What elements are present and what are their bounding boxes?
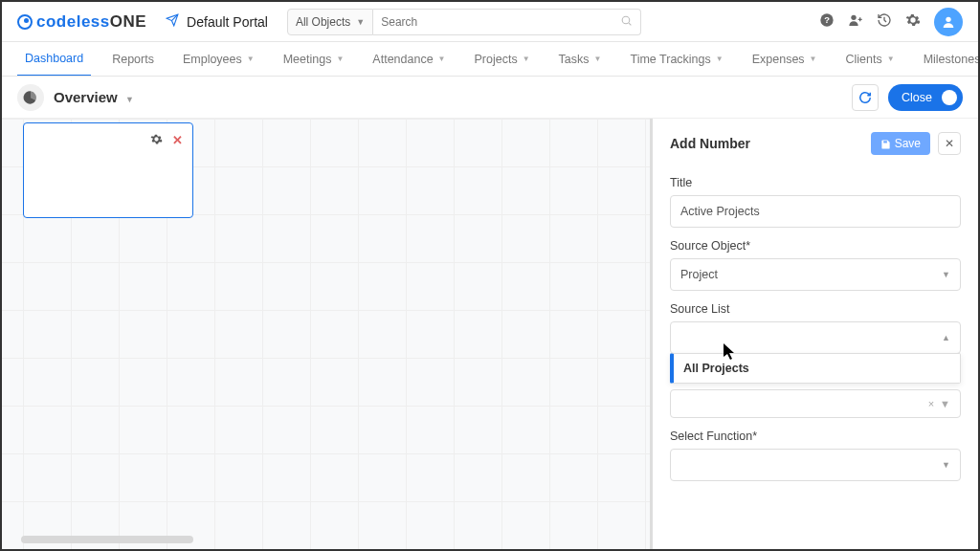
save-disk-icon xyxy=(880,139,891,149)
overview-dropdown[interactable]: Overview ▼ xyxy=(54,89,134,105)
send-icon[interactable] xyxy=(166,13,179,30)
source-object-label: Source Object* xyxy=(670,239,961,253)
tab-attendance[interactable]: Attendance▼ xyxy=(365,42,453,77)
search-field[interactable] xyxy=(373,9,641,35)
brand-icon xyxy=(17,14,33,30)
tab-tasks[interactable]: Tasks▼ xyxy=(551,42,610,77)
panel-title: Add Number xyxy=(670,136,750,151)
overview-title-text: Overview xyxy=(54,89,118,105)
source-list-option-label: All Projects xyxy=(683,362,749,375)
chevron-down-icon: ▼ xyxy=(942,460,950,470)
tab-dashboard[interactable]: Dashboard xyxy=(17,42,91,77)
chevron-down-icon: ▼ xyxy=(247,55,255,63)
select-function-label: Select Function* xyxy=(670,430,961,443)
chevron-down-icon: ▼ xyxy=(523,55,530,63)
toggle-knob xyxy=(942,90,957,105)
save-button[interactable]: Save xyxy=(871,132,930,155)
source-list-label: Source List xyxy=(670,302,961,316)
source-list-option-all-projects[interactable]: All Projects xyxy=(670,353,961,384)
svg-point-4 xyxy=(946,16,950,21)
search-icon xyxy=(620,14,633,30)
title-input[interactable] xyxy=(670,195,961,228)
chevron-down-icon: ▼ xyxy=(716,55,724,63)
dashboard-canvas[interactable]: ✕ xyxy=(2,119,653,549)
overview-bar: Overview ▼ Close xyxy=(2,77,978,119)
tab-clients[interactable]: Clients▼ xyxy=(838,42,902,77)
source-object-value: Project xyxy=(680,268,718,281)
refresh-button[interactable] xyxy=(852,84,879,111)
chevron-up-icon: ▲ xyxy=(942,333,950,342)
gear-icon[interactable] xyxy=(905,12,921,31)
widget-remove-icon[interactable]: ✕ xyxy=(172,133,183,148)
search-input[interactable] xyxy=(381,15,620,29)
source-list-select[interactable]: ▲ xyxy=(670,321,961,354)
pie-chart-icon xyxy=(17,84,44,111)
select-function-select[interactable]: ▼ xyxy=(670,449,961,481)
svg-point-0 xyxy=(622,16,630,24)
tab-time-trackings[interactable]: Time Trackings▼ xyxy=(622,42,730,77)
chevron-down-icon: ▼ xyxy=(438,55,446,63)
topbar-right: ? xyxy=(819,8,963,36)
source-object-select[interactable]: Project ▼ xyxy=(670,258,961,291)
chevron-down-icon: ▼ xyxy=(887,55,895,63)
portal-label[interactable]: Default Portal xyxy=(187,14,268,30)
brand-logo[interactable]: codelessONE xyxy=(17,12,146,32)
tab-milestones[interactable]: Milestones▼ xyxy=(916,42,978,77)
save-label: Save xyxy=(895,137,921,150)
source-list-extra-row[interactable]: × ▼ xyxy=(670,389,961,418)
brand-text-1: codeless xyxy=(36,12,110,32)
chevron-down-icon: ▼ xyxy=(942,270,950,279)
tab-employees[interactable]: Employees▼ xyxy=(175,42,262,77)
widget-settings-icon[interactable] xyxy=(150,133,163,148)
svg-text:?: ? xyxy=(824,15,830,25)
clear-icon[interactable]: × xyxy=(928,398,934,409)
panel-close-button[interactable]: ✕ xyxy=(938,132,961,155)
all-objects-dropdown[interactable]: All Objects ▼ xyxy=(287,9,373,35)
chevron-down-icon: ▼ xyxy=(810,55,817,63)
help-icon[interactable]: ? xyxy=(819,12,835,31)
tab-meetings[interactable]: Meetings▼ xyxy=(276,42,352,77)
tab-projects[interactable]: Projects▼ xyxy=(467,42,538,77)
add-number-panel: Add Number Save ✕ Title Source Object* P… xyxy=(653,119,978,549)
topbar: codelessONE Default Portal All Objects ▼… xyxy=(2,2,978,42)
tab-expenses[interactable]: Expenses▼ xyxy=(745,42,825,77)
nav-tabs: Dashboard Reports Employees▼ Meetings▼ A… xyxy=(2,42,978,77)
tab-reports[interactable]: Reports xyxy=(104,42,162,77)
chevron-down-icon: ▼ xyxy=(356,17,365,27)
close-label: Close xyxy=(902,91,932,104)
main-split: ✕ Add Number Save ✕ Title Source Object*… xyxy=(2,119,978,549)
widget-card[interactable]: ✕ xyxy=(23,122,193,218)
title-label: Title xyxy=(670,176,961,189)
avatar[interactable] xyxy=(934,8,963,36)
close-toggle-button[interactable]: Close xyxy=(888,84,963,111)
chevron-down-icon: ▼ xyxy=(336,55,344,63)
history-icon[interactable] xyxy=(877,12,892,31)
chevron-down-icon: ▼ xyxy=(940,398,950,409)
svg-point-3 xyxy=(851,15,856,20)
all-objects-label: All Objects xyxy=(296,15,350,29)
user-add-icon[interactable] xyxy=(848,12,863,31)
chevron-down-icon: ▼ xyxy=(594,55,602,63)
chevron-down-icon: ▼ xyxy=(125,95,134,104)
horizontal-scrollbar[interactable] xyxy=(21,536,193,543)
brand-text-2: ONE xyxy=(110,12,146,32)
